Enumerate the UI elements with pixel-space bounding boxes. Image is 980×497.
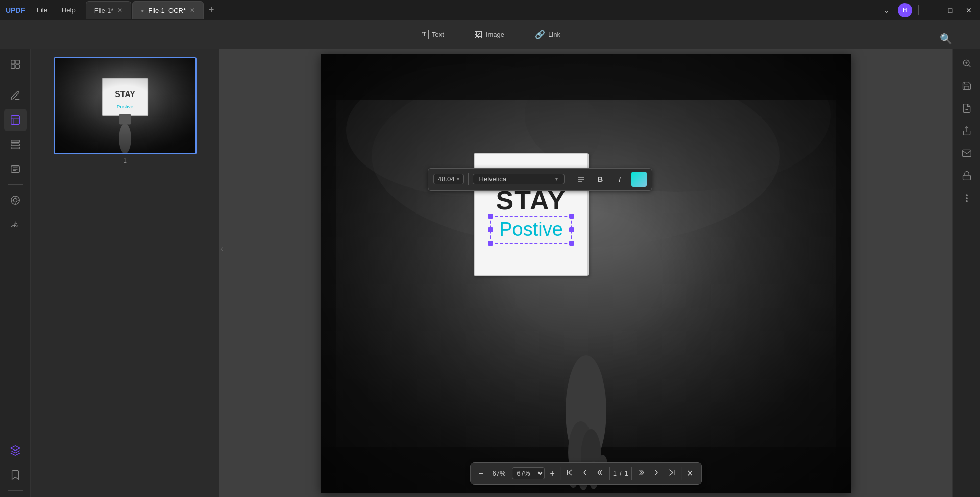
next-page-button-2[interactable] (650, 466, 663, 481)
dropdown-arrow[interactable]: ⌄ (879, 3, 894, 17)
svg-rect-2 (11, 65, 14, 68)
sel-handle-tr (569, 214, 574, 219)
link-icon: 🔗 (535, 30, 545, 39)
bottom-bar-divider-3 (631, 467, 632, 480)
page-total: 1 (625, 469, 628, 477)
bold-button[interactable]: B (593, 172, 608, 187)
tab-file1-label: File-1* (94, 7, 114, 14)
bottom-bar-divider-1 (560, 467, 560, 480)
font-name-selector[interactable]: Helvetica ▾ (473, 174, 565, 184)
panel-collapse-arrow[interactable]: ‹ (220, 244, 223, 253)
last-page-button[interactable] (666, 466, 678, 481)
sidebar-annotate[interactable] (4, 109, 27, 131)
sel-handle-br (569, 241, 574, 246)
svg-rect-1 (15, 60, 19, 64)
page-current: 1 (613, 469, 617, 477)
add-tab-button[interactable]: + (205, 5, 218, 15)
tab-file1-ocr-label: File-1_OCR* (148, 7, 186, 14)
menu-file[interactable]: File (31, 4, 54, 16)
font-size-field[interactable]: 48.04 ▾ (433, 174, 464, 184)
svg-rect-9 (11, 147, 19, 149)
toolbar-image[interactable]: 🖼 Image (468, 27, 511, 42)
align-button[interactable] (573, 172, 589, 187)
tab-file1-ocr[interactable]: ● File-1_OCR* ✕ (132, 1, 204, 19)
sel-handle-tl (488, 214, 493, 219)
tab-file1-close[interactable]: ✕ (117, 7, 122, 14)
svg-point-56 (966, 198, 967, 199)
save-other-icon[interactable] (957, 98, 977, 119)
prev-page-button-2[interactable] (594, 466, 606, 481)
thumbnail-page-1[interactable]: STAY Postive 1 (54, 57, 197, 164)
sidebar-pages[interactable] (4, 53, 27, 76)
divider (918, 5, 919, 15)
more-options-icon[interactable] (957, 188, 977, 208)
font-size-dropdown[interactable]: ▾ (457, 176, 459, 182)
thumbnail-page-num: 1 (123, 157, 127, 164)
search-icon[interactable]: 🔍 (940, 33, 952, 45)
first-page-button[interactable] (564, 466, 576, 481)
tab-file1-ocr-dot: ● (141, 8, 144, 13)
sidebar-signature[interactable] (4, 214, 27, 236)
toolbar-link-label: Link (548, 31, 560, 38)
toolbar: 🔍 T Text 🖼 Image 🔗 Link (0, 20, 980, 49)
thumb-photo: STAY Postive (55, 58, 195, 153)
thumbnail-panel: STAY Postive 1 (31, 49, 219, 497)
toolbar-text[interactable]: T Text (412, 27, 451, 42)
close-button[interactable]: ✕ (962, 3, 976, 17)
left-sidebar (0, 49, 31, 497)
sidebar-ocr[interactable] (4, 189, 27, 211)
minimize-button[interactable]: — (925, 3, 939, 17)
protect-icon[interactable] (957, 165, 977, 186)
image-icon: 🖼 (475, 30, 483, 39)
sidebar-divider-2 (8, 184, 23, 185)
zoom-select[interactable]: 67%50%75%100% (512, 467, 545, 479)
tab-file1[interactable]: File-1* ✕ (86, 1, 132, 19)
font-size-value: 48.04 (438, 175, 455, 183)
svg-rect-54 (963, 175, 970, 180)
sel-handle-ml (488, 227, 493, 232)
tt-divider-1 (468, 173, 469, 185)
email-icon[interactable] (957, 143, 977, 163)
sidebar-forms[interactable] (4, 158, 27, 180)
save-pdf-icon[interactable] (957, 76, 977, 96)
main-area: STAY Postive 1 ‹ (0, 49, 980, 497)
menu-bar: File Help (31, 4, 82, 16)
svg-rect-4 (11, 116, 19, 125)
share-icon[interactable] (957, 121, 977, 141)
font-name-value: Helvetica (479, 175, 506, 183)
sidebar-organize[interactable] (4, 133, 27, 156)
next-page-button[interactable] (635, 466, 647, 481)
sidebar-layers[interactable] (4, 439, 27, 462)
zoom-in-button[interactable]: + (548, 467, 556, 480)
toolbar-image-label: Image (486, 31, 504, 38)
menu-help[interactable]: Help (56, 4, 82, 16)
svg-line-49 (968, 65, 970, 67)
prev-page-button[interactable] (579, 466, 591, 481)
svg-point-55 (966, 195, 967, 196)
page-separator: / (620, 469, 622, 477)
svg-rect-3 (15, 65, 19, 68)
text-formatting-toolbar: 48.04 ▾ Helvetica ▾ B I (428, 168, 652, 191)
sidebar-edit[interactable] (4, 84, 27, 107)
right-sidebar (952, 49, 980, 497)
svg-rect-8 (11, 144, 19, 146)
color-picker-button[interactable] (631, 172, 647, 187)
sidebar-bookmark[interactable] (4, 464, 27, 486)
close-bottom-bar-button[interactable]: ✕ (684, 466, 695, 480)
maximize-button[interactable]: □ (943, 3, 958, 17)
zoom-level-display: 67% (488, 469, 509, 477)
svg-rect-26 (55, 58, 195, 153)
italic-button[interactable]: I (612, 172, 627, 187)
canvas-area[interactable]: STAY Postive (219, 49, 952, 497)
thumb-svg: STAY Postive (55, 57, 195, 154)
svg-point-57 (966, 201, 967, 202)
bottom-bar-divider-2 (609, 467, 610, 480)
zoom-out-button[interactable]: − (477, 467, 485, 480)
toolbar-link[interactable]: 🔗 Link (528, 27, 568, 42)
sidebar-divider-1 (8, 80, 23, 80)
search-zoom-icon[interactable] (957, 53, 977, 74)
svg-rect-0 (11, 60, 14, 64)
user-avatar: H (898, 3, 912, 17)
tab-file1-ocr-close[interactable]: ✕ (190, 7, 195, 14)
font-name-dropdown[interactable]: ▾ (555, 176, 558, 182)
